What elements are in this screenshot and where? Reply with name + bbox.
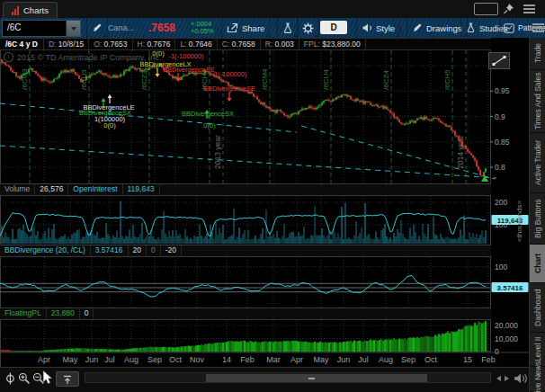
svg-text:-1(-100000): -1(-100000) (211, 70, 247, 78)
flask-icon (466, 22, 476, 33)
pencil-icon (412, 22, 423, 33)
svg-text:/6CU4: /6CU4 (322, 69, 330, 90)
edit-symbol-button[interactable] (86, 18, 108, 38)
scrollbar-grip (308, 378, 315, 379)
info-cell-l: L: 0.7646 (175, 39, 217, 49)
svg-text:Aug: Aug (379, 355, 393, 364)
pencil-icon (92, 22, 103, 33)
sidebar-tab-times-and-sales[interactable]: Times And Sales (530, 70, 545, 133)
bottom-toolbar (0, 367, 529, 392)
toolbar-menu-icon[interactable] (532, 23, 544, 32)
settings-button[interactable] (297, 18, 319, 38)
svg-text:Jun: Jun (85, 355, 99, 364)
svg-text:Oct: Oct (169, 355, 183, 364)
bbdivergence-value: 3.57416 (91, 245, 129, 256)
svg-text:0(0): 0(0) (203, 121, 216, 129)
svg-text:0.95: 0.95 (495, 86, 510, 95)
chart-toolbar: /6C Cana... .7658 +.0004 +0.05% Share (0, 18, 545, 38)
svg-text:-1(-100000): -1(-100000) (168, 52, 204, 60)
warning-icon: ! (4, 52, 13, 62)
mouse-cursor (42, 370, 53, 385)
pan-tool-icon[interactable] (4, 372, 17, 385)
last-price: .7658 (148, 22, 175, 34)
floatingpl-param: 0 (80, 308, 94, 319)
svg-text:BBDivergenceSX: BBDivergenceSX (182, 110, 234, 118)
share-button[interactable]: Share (221, 18, 270, 38)
svg-text:Jul: Jul (358, 355, 369, 364)
chevron-down-icon (71, 27, 76, 31)
svg-text:/6CZ4: /6CZ4 (382, 70, 390, 90)
sidebar-tab-active-trader[interactable]: Active Trader (530, 133, 545, 193)
svg-text:10,000: 10,000 (495, 334, 518, 343)
tab-charts-label: Charts (23, 5, 49, 15)
trendline-tool-button[interactable] (488, 52, 510, 69)
symbol-input[interactable]: /6C (2, 20, 81, 37)
copyright-text: 2015 © TD Ameritrade IP Company, Inc. (17, 53, 161, 62)
info-cell-fpl: FPL: $23,880.00 (299, 39, 366, 49)
sidebar-tab-live-news[interactable]: Live News (530, 367, 545, 392)
svg-text:2013 year: 2013 year (213, 135, 222, 169)
megaphone-icon (362, 22, 372, 33)
volume-pane (0, 201, 487, 245)
volume-label: Volume (0, 184, 35, 195)
speaker-icon[interactable] (514, 372, 528, 385)
sidebar-tab-chart[interactable]: Chart (530, 245, 545, 283)
grid (0, 50, 490, 352)
share-label: Share (242, 23, 264, 33)
sidebar-tab-big-buttons[interactable]: Big Buttons (530, 193, 545, 245)
info-cell-c: C: 0.7658 (218, 39, 261, 49)
drawings-label: Drawings (426, 23, 462, 33)
svg-text:15: 15 (463, 355, 472, 364)
auto-scale-icon (62, 374, 73, 385)
drawings-button[interactable]: Drawings (407, 18, 468, 38)
infobar-cells: D: 10/8/15O: 0.7653H: 0.7676L: 0.7646C: … (44, 39, 366, 49)
scroll-left-arrow[interactable] (496, 376, 501, 381)
open-interest-value: 119,643 (123, 184, 160, 195)
change-percent: +0.05% (191, 28, 214, 35)
chart-title: /6C 4 y D (0, 39, 44, 49)
svg-text:200: 200 (495, 198, 507, 207)
month-axis: AprMayJunJulAugSepOctNov14FebMarAprMayJu… (38, 355, 496, 364)
svg-text:Jul: Jul (104, 355, 115, 364)
scroll-right-arrow[interactable] (505, 376, 509, 381)
svg-text:/6CZ3: /6CZ3 (140, 70, 148, 90)
share-icon (227, 22, 238, 33)
studies-quick-button[interactable] (277, 18, 299, 38)
style-label: Style (376, 23, 395, 33)
detach-window-button[interactable] (474, 3, 498, 15)
patterns-icon (504, 23, 514, 33)
style-button[interactable]: Style (356, 18, 400, 38)
svg-text:<thousands>: <thousands> (515, 200, 523, 243)
svg-text:BBDivergenceSE: BBDivergenceSE (163, 66, 215, 74)
svg-text:Apr: Apr (38, 355, 50, 364)
window-menu-icon[interactable] (523, 3, 536, 14)
svg-text:Sep: Sep (147, 355, 162, 364)
bbdivergence-pane-header: BBDivergence (20, /CL) 3.57416 20 0 -20 (0, 245, 491, 257)
pin-icon[interactable] (503, 3, 515, 14)
svg-text:Feb: Feb (240, 355, 255, 364)
timeframe-button[interactable]: D (320, 21, 347, 34)
svg-text:0.85: 0.85 (495, 138, 510, 147)
info-cell-d: D: 10/8/15 (44, 39, 89, 49)
bbdivergence-label: BBDivergence (20, /CL) (0, 245, 91, 256)
svg-text:/6CM4: /6CM4 (261, 68, 269, 90)
svg-text:20,000: 20,000 (495, 321, 518, 330)
svg-text:Jun: Jun (337, 355, 351, 364)
sidebar-tab-trade[interactable]: Trade (530, 38, 545, 70)
symbol-dropdown-button[interactable] (66, 21, 80, 36)
svg-text:/6CH5: /6CH5 (443, 69, 451, 90)
chart-scrollbar[interactable] (85, 372, 491, 383)
scrollbar-thumb[interactable] (206, 374, 427, 382)
sidebar-tab-dashboard[interactable]: Dashboard (530, 283, 545, 333)
info-cell-r: R: 0.003 (261, 39, 299, 49)
chart-bars-icon (12, 6, 19, 15)
zoom-in-icon[interactable] (18, 372, 31, 385)
auto-scale-button[interactable] (56, 371, 79, 387)
svg-text:14: 14 (222, 355, 231, 364)
tab-charts[interactable]: Charts (3, 2, 58, 18)
symbol-value: /6C (3, 21, 66, 36)
volume-value: 26,576 (35, 184, 68, 195)
trendline-icon (491, 55, 507, 67)
svg-text:0.9: 0.9 (495, 112, 505, 121)
app-window: Charts /6C Cana... .7658 +.0004 +0.05% (0, 0, 545, 392)
